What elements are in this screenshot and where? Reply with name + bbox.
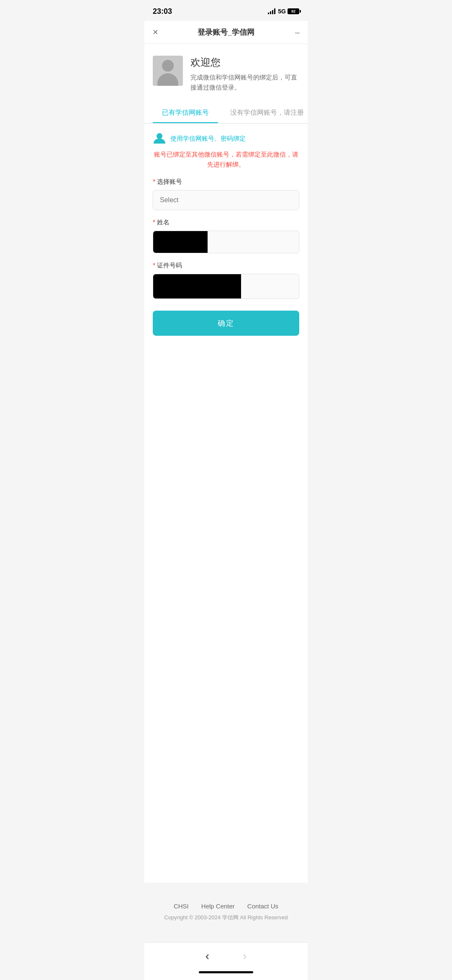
separator (144, 882, 308, 886)
profile-section: 欢迎您 完成微信和学信网账号的绑定后，可直接通过微信登录。 (144, 44, 308, 103)
more-button[interactable]: ··· (287, 28, 299, 37)
status-time: 23:03 (153, 7, 172, 16)
required-star-name: * (153, 219, 155, 226)
account-field-group: * 选择账号 (153, 178, 299, 210)
footer-copyright: Copyright © 2003-2024 学信网 All Rights Res… (153, 914, 299, 921)
id-field-group: * 证件号码 (153, 262, 299, 299)
account-select[interactable] (153, 190, 299, 210)
battery-icon: 92 (288, 8, 299, 14)
id-input-wrapper[interactable] (153, 274, 299, 299)
footer-link-chsi[interactable]: CHSI (174, 903, 189, 910)
required-star-id: * (153, 262, 155, 270)
profile-text: 欢迎您 完成微信和学信网账号的绑定后，可直接通过微信登录。 (190, 56, 299, 93)
network-label: 5G (278, 8, 286, 15)
avatar-figure (153, 56, 183, 86)
profile-description: 完成微信和学信网账号的绑定后，可直接通过微信登录。 (190, 72, 299, 93)
tabs-container: 已有学信网账号 没有学信网账号，请注册 (144, 103, 308, 123)
footer-link-contact[interactable]: Contact Us (247, 903, 278, 910)
form-section: 使用学信网账号、密码绑定 账号已绑定至其他微信账号，若需绑定至此微信，请先进行解… (144, 123, 308, 344)
svg-point-0 (157, 133, 162, 139)
avatar-head (162, 60, 174, 72)
tab-has-account[interactable]: 已有学信网账号 (144, 103, 226, 123)
submit-button[interactable]: 确定 (153, 311, 299, 336)
avatar (153, 56, 183, 86)
id-blur-overlay (153, 274, 241, 298)
status-icons: 5G 92 (268, 8, 299, 15)
required-star: * (153, 178, 155, 186)
bottom-nav: ‹ › (144, 942, 308, 967)
name-label: * 姓名 (153, 219, 299, 226)
close-button[interactable]: × (153, 27, 165, 38)
home-indicator (144, 967, 308, 980)
tab-no-account[interactable]: 没有学信网账号，请注册 (226, 103, 308, 123)
account-label: * 选择账号 (153, 178, 299, 186)
nav-bar: × 登录账号_学信网 ··· (144, 21, 308, 44)
footer-links: CHSI Help Center Contact Us (153, 903, 299, 910)
name-blur-overlay (153, 231, 208, 253)
binding-title[interactable]: 使用学信网账号、密码绑定 (170, 135, 246, 143)
back-button[interactable]: ‹ (205, 949, 209, 963)
name-field-group: * 姓名 (153, 219, 299, 253)
status-bar: 23:03 5G 92 (144, 0, 308, 21)
id-label: * 证件号码 (153, 262, 299, 270)
error-message: 账号已绑定至其他微信账号，若需绑定至此微信，请先进行解绑。 (153, 149, 299, 170)
main-content: 欢迎您 完成微信和学信网账号的绑定后，可直接通过微信登录。 已有学信网账号 没有… (144, 44, 308, 882)
signal-icon (268, 8, 275, 14)
forward-button[interactable]: › (243, 949, 247, 963)
profile-greeting: 欢迎您 (190, 56, 299, 69)
person-icon (153, 132, 166, 145)
name-input-wrapper[interactable] (153, 231, 299, 253)
footer-link-help[interactable]: Help Center (201, 903, 235, 910)
home-bar (199, 971, 253, 973)
page-title: 登录账号_学信网 (198, 27, 254, 37)
avatar-body (157, 73, 178, 86)
binding-info: 使用学信网账号、密码绑定 (153, 132, 299, 145)
footer: CHSI Help Center Contact Us Copyright © … (144, 886, 308, 942)
